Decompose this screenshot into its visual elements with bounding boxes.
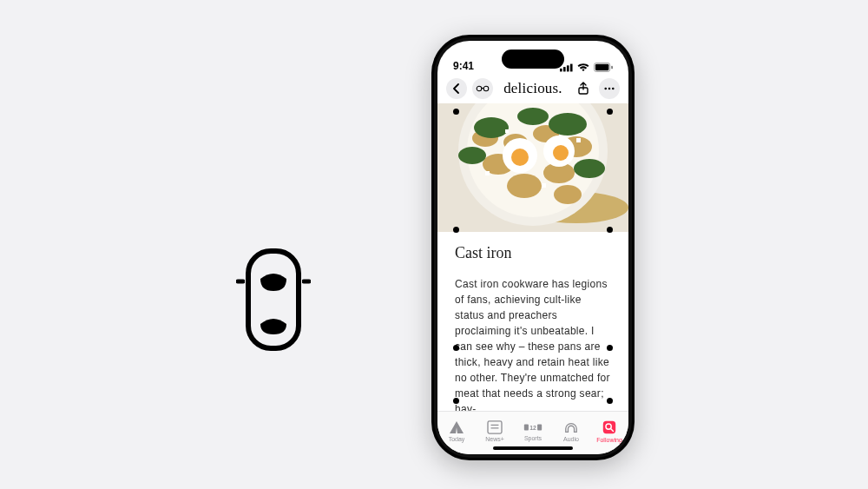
tab-label: Sports	[524, 435, 542, 441]
svg-rect-1	[560, 68, 562, 71]
svg-rect-6	[595, 64, 609, 70]
marker-dot	[607, 345, 613, 351]
svg-text:12: 12	[529, 425, 536, 431]
svg-rect-39	[488, 421, 502, 433]
hero-image	[437, 103, 628, 232]
marker-dot	[453, 109, 459, 115]
marker-dot	[453, 345, 459, 351]
svg-point-30	[517, 108, 549, 125]
svg-point-19	[507, 174, 542, 198]
tab-label: Following	[596, 437, 622, 443]
svg-point-8	[477, 86, 482, 91]
car-icon	[243, 248, 304, 352]
more-button[interactable]	[599, 78, 620, 99]
svg-rect-42	[524, 425, 529, 431]
tab-sports[interactable]: 12 Sports	[516, 421, 550, 441]
marker-dot	[453, 227, 459, 233]
glasses-icon[interactable]	[472, 78, 493, 99]
svg-point-29	[574, 159, 605, 178]
marker-dot	[607, 398, 613, 404]
svg-point-25	[554, 185, 582, 204]
marker-dot	[453, 398, 459, 404]
svg-rect-2	[563, 67, 566, 71]
svg-rect-35	[485, 171, 490, 175]
svg-point-12	[608, 88, 611, 90]
svg-rect-7	[611, 66, 613, 69]
marker-dot	[607, 227, 613, 233]
tab-news[interactable]: News+	[477, 420, 512, 442]
tab-label: Today	[449, 436, 465, 442]
marker-dot	[607, 109, 613, 115]
tab-label: News+	[485, 436, 504, 442]
svg-point-26	[474, 117, 509, 138]
svg-rect-36	[542, 183, 546, 188]
home-indicator[interactable]	[493, 446, 573, 450]
nav-bar: delicious.	[437, 74, 628, 103]
svg-rect-44	[537, 425, 542, 431]
dynamic-island	[502, 50, 564, 69]
svg-point-32	[511, 149, 529, 166]
svg-rect-3	[567, 65, 569, 71]
tab-label: Audio	[563, 436, 579, 442]
svg-point-28	[458, 147, 486, 164]
wifi-icon	[577, 63, 589, 72]
battery-icon	[594, 63, 613, 72]
svg-point-27	[549, 113, 587, 135]
svg-point-9	[483, 86, 489, 91]
tab-audio[interactable]: Audio	[554, 420, 589, 442]
tab-today[interactable]: Today	[439, 420, 474, 442]
svg-rect-37	[576, 138, 581, 142]
article-body: Cast iron cookware has legions of fans, …	[455, 276, 613, 411]
status-time: 9:41	[453, 60, 474, 72]
tab-following[interactable]: Following	[592, 420, 627, 443]
svg-point-13	[612, 88, 615, 90]
article-content[interactable]: Cast iron Cast iron cookware has legions…	[437, 232, 628, 411]
article-heading: Cast iron	[455, 244, 613, 262]
phone-frame: 9:41	[431, 35, 635, 460]
screen: 9:41	[437, 41, 628, 454]
svg-point-11	[604, 88, 607, 90]
svg-rect-45	[603, 421, 615, 433]
svg-rect-38	[505, 129, 509, 133]
svg-rect-4	[570, 63, 573, 71]
svg-point-34	[553, 145, 569, 161]
share-button[interactable]	[573, 78, 594, 99]
back-button[interactable]	[446, 78, 467, 99]
